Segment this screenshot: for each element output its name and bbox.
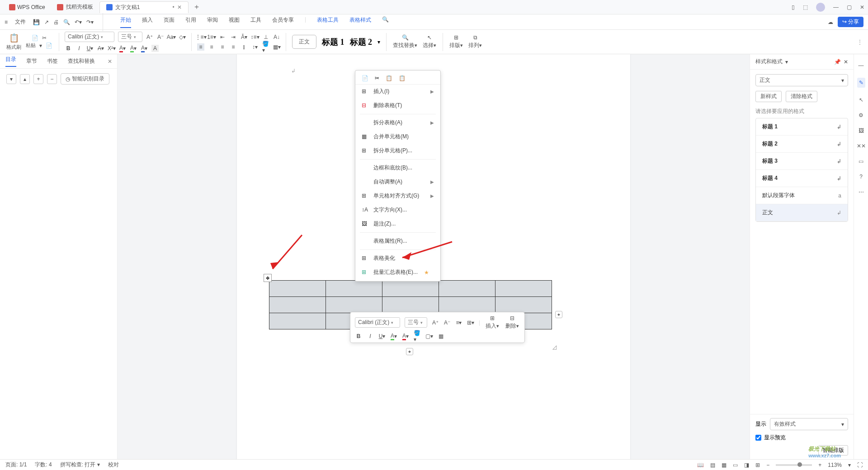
panel-icon[interactable]: ▯: [792, 4, 795, 10]
mini-size-select[interactable]: 三号▾: [405, 317, 427, 328]
table-add-col-icon[interactable]: +: [555, 311, 562, 318]
print-icon[interactable]: 🖨: [53, 19, 59, 25]
zoom-value[interactable]: 113%: [828, 462, 842, 468]
preview-icon[interactable]: 🔍: [63, 19, 70, 25]
nav-tab-toc[interactable]: 目录: [5, 56, 16, 67]
share-button[interactable]: ↪ 分享: [838, 17, 863, 27]
style-item-h4[interactable]: 标题 4↲: [756, 170, 848, 187]
collapse-rail-icon[interactable]: —: [859, 62, 864, 69]
size-select[interactable]: 三号▾: [118, 32, 142, 42]
view-fullwidth-icon[interactable]: ◨: [744, 462, 749, 468]
numbering-icon[interactable]: 1≡▾: [208, 33, 215, 41]
view-page-icon[interactable]: ▤: [710, 462, 715, 468]
char-shading-icon[interactable]: A: [151, 45, 159, 52]
change-case-icon[interactable]: Aa▾: [168, 33, 175, 41]
style-item-h2[interactable]: 标题 2↲: [756, 136, 848, 153]
book-rail-icon[interactable]: ▭: [859, 158, 863, 164]
cloud-icon[interactable]: ☁: [828, 19, 833, 25]
avatar[interactable]: [816, 3, 825, 12]
show-select[interactable]: 有效样式▾: [770, 418, 848, 430]
maximize-icon[interactable]: ▢: [847, 4, 852, 10]
zoom-in-icon[interactable]: +: [818, 462, 821, 468]
ribbon-options-icon[interactable]: ⋮: [857, 39, 863, 45]
nav-tab-chapter[interactable]: 章节: [26, 57, 37, 65]
decrease-font-icon[interactable]: A⁻: [157, 33, 164, 41]
status-page[interactable]: 页面: 1/1: [5, 461, 27, 469]
strike-icon[interactable]: A▾: [97, 45, 104, 52]
panel-close-icon[interactable]: ✕: [844, 59, 848, 65]
menu-tab-view[interactable]: 视图: [229, 16, 240, 28]
menu-file[interactable]: 文件: [15, 18, 26, 26]
italic-icon[interactable]: I: [75, 45, 83, 52]
align-center-icon[interactable]: ≡: [208, 43, 215, 51]
tab-add-button[interactable]: ＋: [189, 2, 205, 12]
current-style-select[interactable]: 正文▾: [755, 74, 848, 86]
clear-format-icon[interactable]: ◇▾: [179, 33, 186, 41]
superscript-icon[interactable]: X²▾: [108, 45, 115, 52]
status-proof[interactable]: 校对: [108, 461, 119, 469]
mini-border-icon[interactable]: ▢▾: [425, 333, 433, 340]
search-icon[interactable]: 🔍: [382, 16, 389, 28]
tools-rail-icon[interactable]: ✕✕: [857, 143, 866, 149]
ctx-split-table[interactable]: 拆分表格(A)▶: [355, 116, 440, 130]
menu-tab-member[interactable]: 会员专享: [272, 16, 294, 28]
new-style-button[interactable]: 新样式: [755, 91, 782, 102]
highlight-icon[interactable]: A▾: [130, 45, 137, 52]
tab-close-icon[interactable]: ✕: [177, 4, 182, 10]
style-h1[interactable]: 标题 1: [322, 37, 344, 47]
mini-fill-icon[interactable]: 🪣▾: [414, 333, 421, 340]
redo-icon[interactable]: ↷▾: [86, 19, 94, 25]
tab-template[interactable]: 找稻壳模板: [51, 1, 99, 13]
menu-tab-table-tools[interactable]: 表格工具: [317, 16, 339, 28]
mini-dec-font-icon[interactable]: A⁻: [443, 319, 451, 326]
cube-icon[interactable]: ⬚: [803, 4, 808, 10]
distribute-icon[interactable]: ⫿: [241, 43, 248, 51]
shading-icon[interactable]: A▾: [141, 45, 148, 52]
settings-rail-icon[interactable]: ⚙: [859, 112, 863, 118]
view-web-icon[interactable]: ▦: [722, 462, 726, 468]
paste-button[interactable]: 📄✂ 粘贴▾ 📄: [25, 35, 53, 49]
edit-rail-icon[interactable]: ✎: [857, 78, 865, 88]
menu-tab-home[interactable]: 开始: [120, 16, 131, 28]
clear-format-button[interactable]: 清除格式: [786, 91, 817, 102]
ctx-cut-icon[interactable]: ✂: [375, 75, 379, 81]
pin-icon[interactable]: 📌: [834, 59, 841, 65]
mini-insert-button[interactable]: ⊞插入▾: [485, 315, 500, 330]
ctx-insert[interactable]: ⊞插入(I)▶: [355, 85, 440, 99]
minimize-icon[interactable]: —: [833, 4, 839, 10]
undo-icon[interactable]: ↶▾: [75, 19, 82, 25]
ctx-batch[interactable]: ⊞批量汇总表格(E)...★: [355, 265, 440, 279]
ctx-paste-icon[interactable]: 📋: [386, 75, 392, 81]
save-icon[interactable]: 💾: [33, 19, 40, 25]
menu-hamburger-icon[interactable]: ≡: [5, 19, 8, 25]
align-justify-icon[interactable]: ≡: [230, 43, 237, 51]
align-left-icon[interactable]: ≡: [197, 43, 204, 51]
mini-merge-icon[interactable]: ▦: [437, 333, 444, 340]
zoom-out-icon[interactable]: −: [766, 462, 769, 468]
ctx-align[interactable]: ⊞单元格对齐方式(G)▶: [355, 189, 440, 203]
ctx-copy-icon[interactable]: 📄: [362, 75, 368, 81]
image-rail-icon[interactable]: 🖼: [859, 127, 864, 134]
menu-tab-insert[interactable]: 插入: [142, 16, 153, 28]
table-add-row-icon[interactable]: +: [406, 348, 413, 355]
mini-list-icon[interactable]: ≡▾: [455, 319, 462, 326]
status-words[interactable]: 字数: 4: [35, 461, 52, 469]
tabs-icon[interactable]: ⊥: [262, 33, 269, 41]
mini-italic-icon[interactable]: I: [367, 333, 374, 340]
menu-tab-review[interactable]: 审阅: [207, 16, 218, 28]
more-rail-icon[interactable]: ⋯: [859, 189, 864, 195]
menu-tab-tools[interactable]: 工具: [250, 16, 261, 28]
mini-font-select[interactable]: Calibri (正文)▾: [355, 317, 400, 328]
table-resize-icon[interactable]: ◿: [552, 344, 557, 350]
style-normal[interactable]: 正文: [292, 35, 316, 49]
mini-highlight-icon[interactable]: A▾: [390, 333, 397, 340]
spacing-icon[interactable]: ↕≡▾: [251, 33, 259, 41]
close-window-icon[interactable]: ✕: [860, 4, 864, 10]
menu-tab-ref[interactable]: 引用: [185, 16, 196, 28]
toc-add-icon[interactable]: +: [33, 74, 43, 84]
sort-para-icon[interactable]: A↓: [273, 33, 280, 41]
font-color-icon[interactable]: A▾: [119, 45, 126, 52]
ctx-split-cells[interactable]: ⊞拆分单元格(P)...: [355, 144, 440, 158]
layout-button[interactable]: ⊞排版▾: [448, 34, 464, 49]
tab-close-dot-icon[interactable]: •: [172, 4, 174, 10]
